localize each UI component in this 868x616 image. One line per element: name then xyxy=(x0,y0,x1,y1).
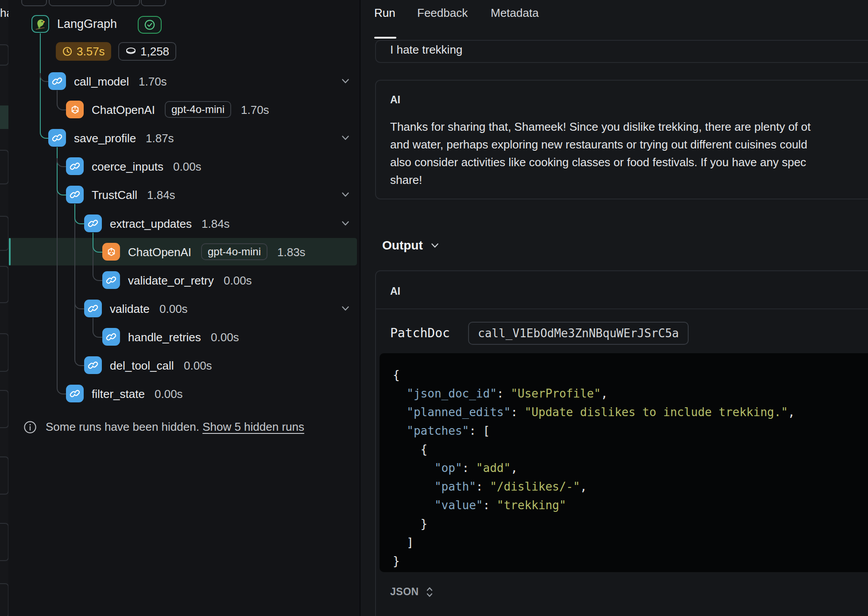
output-format-select[interactable]: JSON xyxy=(390,586,434,598)
trace-viewer-window: ha LangGraph3.57s1,258call_model1.70sCha… xyxy=(0,0,868,616)
run-name: del_tool_call xyxy=(110,359,174,373)
info-icon xyxy=(23,421,37,434)
selected-run-fragment[interactable] xyxy=(0,105,8,129)
duration-badge: 3.57s xyxy=(56,42,111,61)
run-duration: 0.00s xyxy=(155,387,183,401)
code-line: { xyxy=(393,366,868,384)
run-name: call_model xyxy=(74,75,129,89)
runs-list-strip: ha xyxy=(0,0,9,616)
chain-run-icon xyxy=(66,186,84,203)
tab-metadata[interactable]: Metadata xyxy=(491,6,539,20)
human-message-text: I hate trekking xyxy=(390,41,462,58)
code-line: } xyxy=(393,552,868,570)
ai-message-box: AI Thanks for sharing that, Shameek! Sin… xyxy=(375,80,868,199)
tree-root-row[interactable]: LangGraph xyxy=(8,10,359,38)
chain-run-icon xyxy=(84,300,102,317)
tool-call-id-badge[interactable]: call_V1EbOdMe3ZnNBquWErJSrC5a xyxy=(468,322,689,345)
collapse-chevron-icon[interactable] xyxy=(341,218,350,228)
run-row-fragment[interactable] xyxy=(0,583,9,616)
run-name: validate_or_retry xyxy=(128,274,214,288)
run-duration: 1.70s xyxy=(241,103,269,117)
run-duration: 1.83s xyxy=(277,246,306,259)
run-name: extract_updates xyxy=(110,217,192,231)
run-row-fragment[interactable] xyxy=(0,44,9,66)
chain-run-icon xyxy=(102,271,120,289)
chain-run-icon xyxy=(48,72,66,90)
tree-run-row-handle_retries[interactable]: handle_retries0.00s xyxy=(8,323,359,351)
run-duration: 1.87s xyxy=(146,132,174,145)
collapse-chevron-icon[interactable] xyxy=(341,133,350,143)
chain-link-icon xyxy=(69,189,81,200)
run-row-fragment[interactable] xyxy=(0,456,9,495)
code-line: "json_doc_id": "UserProfile", xyxy=(393,384,868,403)
chain-link-icon xyxy=(51,132,63,144)
run-duration: 0.00s xyxy=(224,274,252,288)
token-count-badge: 1,258 xyxy=(118,42,176,61)
ai-role-label: AI xyxy=(390,94,400,106)
tree-run-row-del_tool_call[interactable]: del_tool_call0.00s xyxy=(8,351,359,379)
run-duration: 1.84s xyxy=(147,188,175,202)
ai-message-text: Thanks for sharing that, Shameek! Since … xyxy=(390,118,811,189)
active-tab-indicator xyxy=(374,37,396,39)
collapse-chevron-icon[interactable] xyxy=(341,304,350,313)
tab-feedback[interactable]: Feedback xyxy=(417,6,468,20)
tree-run-row-call_model[interactable]: call_model1.70s xyxy=(8,67,359,95)
code-line: "op": "add", xyxy=(393,459,868,477)
human-message-box: I hate trekking xyxy=(375,40,868,63)
token-count-value: 1,258 xyxy=(140,45,169,58)
run-name: save_profile xyxy=(74,132,136,145)
toolbar-button-clipped[interactable] xyxy=(141,0,166,6)
run-row-fragment[interactable] xyxy=(0,216,9,251)
chain-link-icon xyxy=(87,218,99,229)
run-row-fragment[interactable] xyxy=(0,333,9,372)
chain-run-icon xyxy=(66,385,84,402)
chain-run-icon xyxy=(102,328,120,346)
run-row-fragment[interactable] xyxy=(0,266,9,303)
run-row-fragment[interactable] xyxy=(0,150,9,184)
run-name: ChatOpenAI xyxy=(128,246,191,259)
tree-run-row-coerce_inputs[interactable]: coerce_inputs0.00s xyxy=(8,152,359,180)
trace-tree-panel: LangGraph3.57s1,258call_model1.70sChatOp… xyxy=(8,0,359,616)
duration-value: 3.57s xyxy=(77,45,105,58)
show-hidden-runs-link[interactable]: Show 5 hidden runs xyxy=(202,420,304,433)
run-name: validate xyxy=(110,302,150,316)
run-status-badge xyxy=(138,16,162,34)
langgraph-icon-box xyxy=(31,15,49,33)
openai-run-icon xyxy=(66,101,84,118)
tree-run-row-ChatOpenAI[interactable]: ChatOpenAIgpt-4o-mini1.70s xyxy=(8,95,359,124)
tool-output-code-block: { "json_doc_id": "UserProfile", "planned… xyxy=(380,353,868,572)
tree-run-row-validate[interactable]: validate0.00s xyxy=(8,294,359,323)
tab-run[interactable]: Run xyxy=(374,6,395,20)
output-section-toggle[interactable]: Output xyxy=(382,238,440,253)
output-role-label: AI xyxy=(390,285,400,297)
run-duration: 0.00s xyxy=(211,331,239,344)
tree-run-row-extract_updates[interactable]: extract_updates1.84s xyxy=(8,209,359,238)
tree-run-row-filter_state[interactable]: filter_state0.00s xyxy=(8,379,359,408)
run-name: coerce_inputs xyxy=(92,160,163,174)
root-run-name: LangGraph xyxy=(57,17,117,31)
tree-run-row-TrustCall[interactable]: TrustCall1.84s xyxy=(8,180,359,209)
chain-run-icon xyxy=(84,356,102,374)
run-row-fragment[interactable] xyxy=(0,390,9,428)
model-name-badge: gpt-4o-mini xyxy=(165,101,231,118)
run-detail-panel: Run Feedback Metadata I hate trekking AI… xyxy=(360,0,868,616)
root-metrics-row: 3.57s1,258 xyxy=(8,42,359,61)
tree-run-row-validate_or_retry[interactable]: validate_or_retry0.00s xyxy=(8,266,359,294)
tree-run-row-ChatOpenAI[interactable]: ChatOpenAIgpt-4o-mini1.83s xyxy=(8,238,359,266)
run-duration: 0.00s xyxy=(159,302,188,316)
chain-link-icon xyxy=(105,274,117,286)
run-duration: 1.84s xyxy=(202,217,230,231)
chain-run-icon xyxy=(84,214,102,232)
openai-logo-icon xyxy=(105,246,117,258)
toolbar-button-clipped[interactable] xyxy=(113,0,140,6)
collapse-chevron-icon[interactable] xyxy=(341,190,350,199)
openai-logo-icon xyxy=(69,104,81,116)
output-format-label: JSON xyxy=(390,586,419,598)
run-name: handle_retries xyxy=(128,331,201,344)
collapse-chevron-icon[interactable] xyxy=(341,76,350,86)
run-row-fragment[interactable] xyxy=(0,523,9,561)
toolbar-button-clipped[interactable] xyxy=(49,0,112,6)
tree-run-row-save_profile[interactable]: save_profile1.87s xyxy=(8,124,359,152)
chain-link-icon xyxy=(51,75,63,87)
toolbar-button-clipped[interactable] xyxy=(21,0,47,6)
